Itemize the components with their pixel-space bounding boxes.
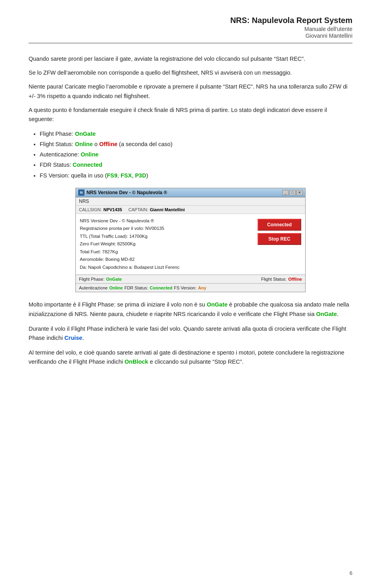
info-line-6: Aeromobile: Boeing MD-82	[80, 256, 254, 264]
info-line-4: Zero Fuel Weight: 82500Kg	[80, 240, 254, 248]
nrs-menu-item[interactable]: NRS	[79, 199, 89, 204]
paragraph-5: Molto importante è il Flight Phase: se p…	[29, 300, 352, 318]
paragraph-4: A questo punto è fondamentale eseguire i…	[29, 106, 352, 124]
nrs-footer-bar: Autenticazione Online FDR Status: Connec…	[76, 283, 305, 292]
bullet5-fsx: FSX	[121, 172, 132, 179]
bullet-list: Flight Phase: OnGate Flight Status: Onli…	[40, 129, 352, 180]
nrs-window: N NRS Versione Dev - © Napulevola ® _ □ …	[75, 188, 306, 293]
header-author: Giovanni Mantellini	[29, 33, 352, 39]
info-line-3: TTL (Total Traffic Load): 14700Kg	[80, 233, 254, 241]
info-line-7: Da: Napoli Capodichino a: Budapest Liszt…	[80, 264, 254, 272]
flight-phase-label: Flight Phase:	[79, 277, 104, 281]
p6-cruise: Cruise	[64, 335, 82, 341]
p5-ongate2: OnGate	[316, 311, 337, 317]
p7-mid: e cliccando sul pulsante “Stop REC”.	[148, 359, 243, 365]
bullet5-end: )	[146, 172, 148, 179]
nrs-titlebar-left: N NRS Versione Dev - © Napulevola ®	[78, 189, 167, 196]
maximize-button[interactable]: □	[289, 190, 296, 195]
bullet4-value: Connected	[73, 162, 102, 168]
minimize-button[interactable]: _	[282, 190, 289, 195]
bullet2-end: (a seconda del caso)	[117, 141, 173, 147]
paragraph-6: Durante il volo il Flight Phase indicher…	[29, 324, 352, 343]
paragraph-1: Quando sarete pronti per lasciare il gat…	[29, 54, 352, 64]
bullet2-or: o	[93, 141, 99, 147]
callsign-label: CALLSIGN:	[79, 207, 102, 212]
fs-value: Any	[198, 285, 206, 290]
bullet1-value: OnGate	[75, 131, 96, 137]
header: NRS: Napulevola Report System Manuale de…	[29, 16, 352, 43]
p5-start: Molto importante è il Flight Phase: se p…	[29, 301, 207, 308]
bullet5-fs9: FS9	[107, 172, 117, 179]
p6-end: .	[82, 335, 84, 341]
auth-label: Autenticazione	[79, 285, 108, 290]
captain-label: CAPTAIN:	[129, 207, 148, 212]
nrs-status-bar: Flight Phase: OnGate Flight Status: Offl…	[76, 275, 305, 283]
bullet2-offline: Offline	[99, 141, 117, 147]
header-title: NRS: Napulevola Report System	[29, 16, 352, 25]
p5-ongate: OnGate	[207, 301, 227, 308]
p7-onblock: OnBlock	[125, 359, 148, 365]
nrs-titlebar: N NRS Versione Dev - © Napulevola ® _ □ …	[76, 188, 305, 197]
bullet5-comma1: ,	[117, 172, 121, 179]
bullet4-label: FDR Status:	[40, 162, 73, 168]
flight-phase-value: OnGate	[106, 277, 122, 281]
bullet2-label: Flight Status:	[40, 141, 75, 147]
info-line-5: Total Fuel: 7827Kg	[80, 248, 254, 256]
flight-status-value: Offline	[288, 277, 302, 281]
flight-status-label: Flight Status:	[261, 277, 287, 281]
paragraph-7: Al termine del volo, e cioè quando saret…	[29, 348, 352, 366]
close-button[interactable]: ✕	[296, 190, 303, 195]
bullet3-label: Autenticazione:	[40, 151, 81, 158]
paragraph-3: Niente paura! Caricate meglio l’aeromobi…	[29, 82, 352, 100]
connected-button[interactable]: Connected	[258, 219, 301, 231]
nrs-callsign-bar: CALLSIGN: NPV1435 CAPTAIN: Gianni Mantel…	[76, 206, 305, 214]
nrs-info-panel: NRS Versione Dev - © Napulevola ® Regist…	[80, 217, 254, 272]
nrs-main-content: NRS Versione Dev - © Napulevola ® Regist…	[76, 214, 305, 275]
bullet5-p3d: P3D	[135, 172, 146, 179]
list-item-fs-version: FS Version: quella in uso (FS9, FSX, P3D…	[40, 170, 352, 181]
fs-label: FS Version:	[174, 285, 196, 290]
nrs-window-controls[interactable]: _ □ ✕	[282, 190, 303, 195]
nrs-buttons-panel: Connected Stop REC	[258, 217, 301, 272]
list-item-autenticazione: Autenticazione: Online	[40, 149, 352, 160]
paragraph-2: Se lo ZFW dell’aeromobile non corrispond…	[29, 68, 352, 77]
page: NRS: Napulevola Report System Manuale de…	[0, 0, 381, 588]
bullet2-online: Online	[75, 141, 93, 147]
info-line-1: NRS Versione Dev - © Napulevola ®	[80, 217, 254, 225]
list-item-fdr-status: FDR Status: Connected	[40, 160, 352, 170]
fdr-value: Connected	[150, 285, 172, 290]
bullet1-label: Flight Phase:	[40, 131, 75, 137]
auth-value: Online	[109, 285, 123, 290]
callsign-value: NPV1435	[103, 207, 122, 212]
p5-end: .	[337, 311, 339, 317]
info-line-2: Registrazione pronta per il volo: NV0013…	[80, 225, 254, 233]
header-subtitle: Manuale dell'utente	[29, 26, 352, 32]
bullet3-value: Online	[81, 151, 98, 158]
fdr-label: FDR Status:	[124, 285, 148, 290]
stop-rec-button[interactable]: Stop REC	[258, 233, 301, 245]
bullet5-comma2: ,	[132, 172, 135, 179]
nrs-menubar: NRS	[76, 197, 305, 206]
list-item-flight-status: Flight Status: Online o Offline (a secon…	[40, 139, 352, 149]
nrs-app-icon: N	[78, 189, 85, 196]
captain-value: Gianni Mantellini	[150, 207, 185, 212]
page-number: 6	[350, 570, 352, 576]
list-item-flight-phase: Flight Phase: OnGate	[40, 129, 352, 139]
bullet5-start: FS Version: quella in uso (	[40, 172, 107, 179]
nrs-window-title: NRS Versione Dev - © Napulevola ®	[87, 190, 167, 195]
